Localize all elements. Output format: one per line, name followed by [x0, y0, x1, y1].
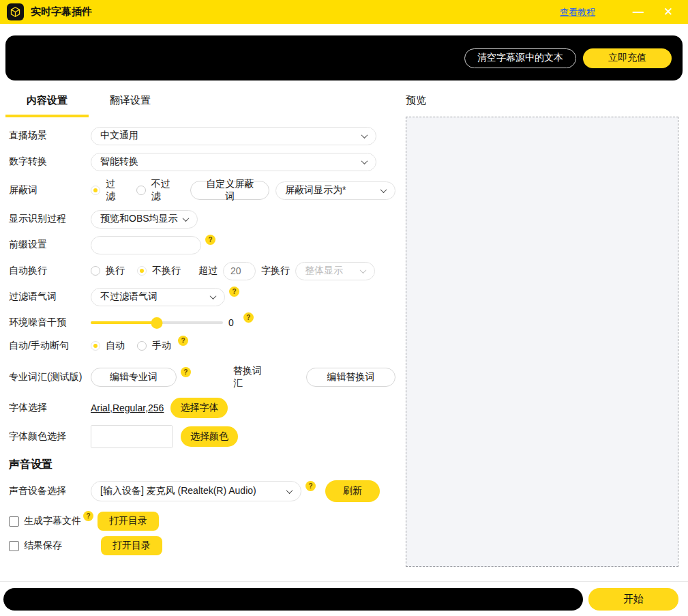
row-live-scene: 直播场景 中文通用 [9, 126, 395, 145]
settings-tabs: 内容设置 翻译设置 [5, 94, 395, 117]
font-color-label: 字体颜色选择 [9, 430, 91, 443]
footer: 开始 [0, 581, 688, 611]
live-scene-value: 中文通用 [100, 130, 138, 142]
font-color-input-wrap [91, 425, 173, 448]
prefix-input[interactable] [100, 239, 192, 250]
settings-panel: 内容设置 翻译设置 直播场景 中文通用 数字转换 智能转换 屏蔽词 [5, 94, 395, 567]
manual-break-label[interactable]: 手动 [152, 340, 171, 352]
number-convert-select[interactable]: 智能转换 [91, 153, 376, 171]
row-font-select: 字体选择 Arial,Regular,256 选择字体 [9, 398, 395, 418]
close-button[interactable]: ✕ [658, 6, 678, 18]
help-icon[interactable]: ? [178, 336, 188, 346]
tab-content-settings[interactable]: 内容设置 [5, 94, 89, 117]
chevron-down-icon [210, 293, 217, 299]
filler-filter-value: 不过滤语气词 [100, 291, 158, 303]
wrap-radio[interactable] [91, 266, 100, 276]
choose-font-button[interactable]: 选择字体 [170, 398, 228, 418]
clear-subtitle-source-button[interactable]: 清空字幕源中的文本 [464, 48, 576, 68]
sound-device-value: [输入设备] 麦克风 (Realtek(R) Audio) [100, 485, 256, 497]
recharge-button[interactable]: 立即充值 [583, 48, 672, 68]
row-font-color: 字体颜色选择 选择颜色 [9, 425, 395, 448]
custom-blocked-words-button[interactable]: 自定义屏蔽词 [190, 181, 269, 200]
refresh-device-button[interactable]: 刷新 [325, 480, 380, 502]
start-button[interactable]: 开始 [588, 588, 678, 611]
edit-replace-vocab-button[interactable]: 编辑替换词 [306, 368, 395, 387]
row-result-save: 结果保存 打开目录 [9, 536, 395, 555]
tab-translate-settings[interactable]: 翻译设置 [89, 94, 172, 117]
chevron-down-icon [380, 186, 387, 193]
help-icon[interactable]: ? [181, 367, 191, 377]
prefix-input-wrap [91, 236, 201, 254]
app-logo [7, 3, 24, 20]
noise-value: 0 [228, 317, 234, 328]
preview-title: 预览 [406, 94, 688, 107]
auto-wrap-label: 自动换行 [9, 265, 91, 277]
minimize-button[interactable]: — [628, 7, 648, 18]
auto-break-radio[interactable] [91, 341, 100, 351]
subtitle-file-checkbox[interactable] [9, 516, 19, 527]
live-scene-select[interactable]: 中文通用 [91, 127, 376, 145]
open-result-dir-button[interactable]: 打开目录 [101, 536, 162, 555]
wrap-count-input-wrap [223, 262, 256, 280]
filler-filter-select[interactable]: 不过滤语气词 [91, 288, 225, 306]
content-settings-form: 直播场景 中文通用 数字转换 智能转换 屏蔽词 过滤 不过滤 自定义 [5, 126, 395, 555]
blocked-words-filter-radio[interactable] [91, 186, 100, 195]
result-save-checkbox[interactable] [9, 541, 19, 551]
wrap-count-input[interactable] [230, 265, 248, 276]
pro-vocab-label: 专业词汇(测试版) [9, 371, 91, 383]
wrap-mode-select[interactable]: 整体显示 [295, 262, 375, 280]
choose-color-button[interactable]: 选择颜色 [181, 426, 238, 447]
help-icon[interactable]: ? [229, 287, 239, 297]
chevron-down-icon [360, 267, 367, 274]
titlebar: 实时字幕插件 查看教程 — ✕ [0, 0, 688, 24]
filler-filter-label: 过滤语气词 [9, 291, 91, 303]
row-subtitle-file: 生成字幕文件 ? 打开目录 [9, 512, 395, 531]
current-font-link[interactable]: Arial,Regular,256 [91, 402, 164, 413]
result-save-label[interactable]: 结果保存 [24, 540, 62, 552]
sentence-break-label: 自动/手动断句 [9, 340, 91, 352]
no-wrap-radio-label[interactable]: 不换行 [152, 265, 181, 277]
recognition-display-select[interactable]: 预览和OBS均显示 [91, 210, 198, 229]
help-icon[interactable]: ? [205, 235, 215, 245]
replace-vocab-label: 替换词汇 [233, 365, 271, 390]
blocked-words-filter-label[interactable]: 过滤 [106, 178, 124, 203]
help-icon[interactable]: ? [305, 481, 316, 491]
noise-slider[interactable] [91, 317, 223, 329]
chevron-down-icon [286, 487, 293, 494]
row-pro-vocab: 专业词汇(测试版) 编辑专业词 ? 替换词汇 编辑替换词 [9, 365, 395, 390]
tutorial-link[interactable]: 查看教程 [560, 6, 595, 18]
wrap-suffix-label: 字换行 [261, 265, 290, 277]
no-wrap-radio[interactable] [137, 266, 147, 276]
sound-settings-heading: 声音设置 [9, 458, 395, 472]
live-scene-label: 直播场景 [9, 130, 91, 142]
row-number-convert: 数字转换 智能转换 [9, 152, 395, 171]
edit-pro-vocab-button[interactable]: 编辑专业词 [91, 368, 177, 387]
wrap-radio-label[interactable]: 换行 [106, 265, 125, 277]
noise-slider-thumb[interactable] [151, 317, 163, 329]
blocked-words-nofilter-radio[interactable] [136, 186, 146, 195]
number-convert-value: 智能转换 [100, 156, 138, 168]
noise-label: 环境噪音干预 [9, 317, 91, 329]
manual-break-radio[interactable] [137, 341, 147, 351]
row-prefix: 前缀设置 ? [9, 235, 395, 254]
help-icon[interactable]: ? [83, 511, 93, 521]
noise-slider-fill [91, 321, 157, 324]
recognition-display-value: 预览和OBS均显示 [100, 213, 178, 225]
recognition-display-label: 显示识别过程 [9, 213, 91, 225]
row-sound-device: 声音设备选择 [输入设备] 麦克风 (Realtek(R) Audio) ? 刷… [9, 480, 395, 502]
preview-box [406, 117, 678, 567]
subtitle-file-label[interactable]: 生成字幕文件 [24, 515, 81, 527]
over-label: 超过 [198, 265, 218, 277]
help-icon[interactable]: ? [243, 312, 254, 323]
row-blocked-words: 屏蔽词 过滤 不过滤 自定义屏蔽词 屏蔽词显示为* [9, 178, 395, 203]
blocked-words-nofilter-label[interactable]: 不过滤 [151, 178, 179, 203]
status-bar [3, 588, 583, 611]
preview-panel: 预览 [395, 94, 688, 567]
chevron-down-icon [183, 215, 190, 222]
row-sentence-break: 自动/手动断句 自动 手动 ? [9, 336, 395, 355]
font-color-input[interactable] [91, 426, 172, 448]
open-subtitle-dir-button[interactable]: 打开目录 [98, 512, 159, 531]
blocked-words-display-select[interactable]: 屏蔽词显示为* [275, 181, 395, 200]
auto-break-label[interactable]: 自动 [106, 340, 125, 352]
sound-device-select[interactable]: [输入设备] 麦克风 (Realtek(R) Audio) [91, 481, 301, 501]
